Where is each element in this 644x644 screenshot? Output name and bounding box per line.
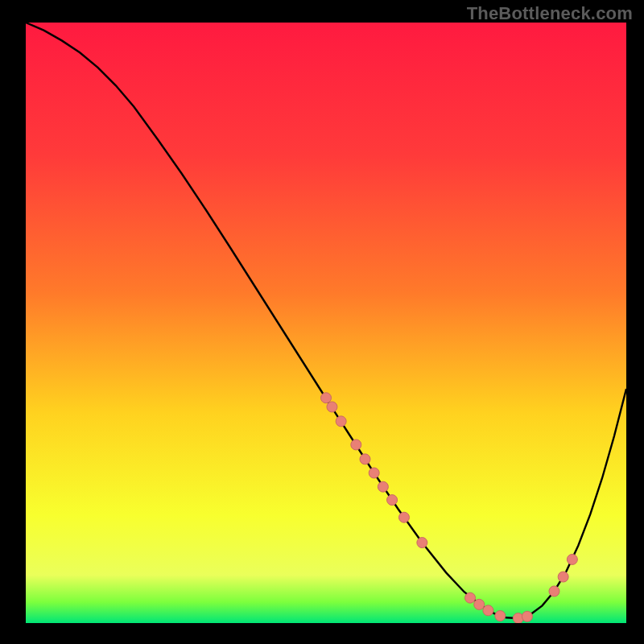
- bottleneck-chart: [26, 23, 626, 623]
- data-marker: [483, 605, 493, 616]
- data-marker: [495, 611, 506, 621]
- heat-gradient: [26, 23, 626, 623]
- data-marker: [465, 592, 476, 603]
- data-marker: [327, 402, 337, 412]
- data-marker: [549, 586, 559, 597]
- data-marker: [522, 611, 532, 621]
- data-marker: [378, 481, 388, 492]
- data-marker: [417, 538, 427, 548]
- data-marker: [351, 440, 361, 450]
- plot-area: [26, 23, 626, 623]
- data-marker: [567, 554, 577, 564]
- watermark-text: TheBottleneck.com: [467, 3, 633, 24]
- data-marker: [398, 512, 409, 522]
- data-marker: [369, 468, 379, 478]
- data-marker: [336, 416, 346, 427]
- data-marker: [474, 599, 485, 609]
- data-marker: [321, 393, 332, 403]
- data-marker: [558, 572, 568, 582]
- data-marker: [387, 495, 398, 506]
- chart-stage: TheBottleneck.com: [0, 0, 644, 644]
- data-marker: [360, 454, 370, 464]
